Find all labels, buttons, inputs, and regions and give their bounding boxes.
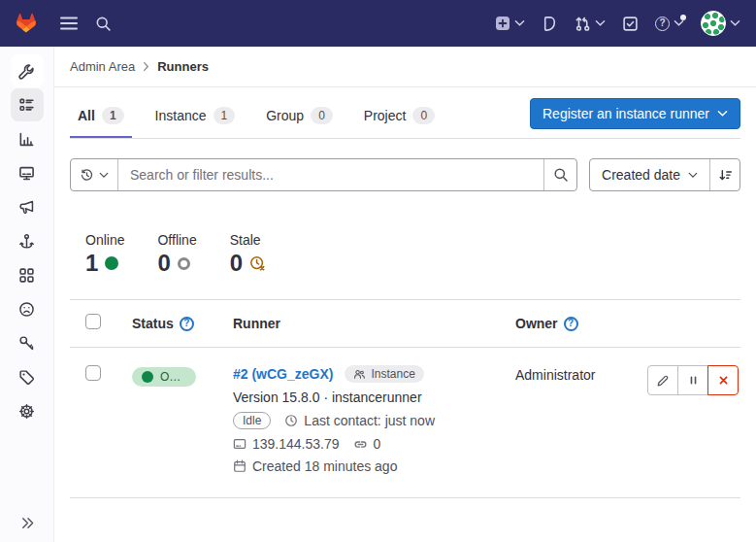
- tab-instance-count: 1: [214, 107, 236, 124]
- todo-list-icon[interactable]: [622, 16, 639, 32]
- sidebar-item-analytics[interactable]: [11, 122, 44, 155]
- breadcrumb-separator-icon: [143, 61, 149, 72]
- help-menu[interactable]: ?: [655, 17, 684, 31]
- sidebar-item-applications[interactable]: [11, 258, 44, 291]
- stat-online: Online 1: [85, 232, 124, 276]
- row-checkbox[interactable]: [85, 365, 101, 381]
- sidebar-item-monitoring[interactable]: [11, 156, 44, 189]
- tab-all-label: All: [78, 108, 95, 123]
- sidebar-item-labels[interactable]: [11, 360, 44, 393]
- chevron-down-icon: [688, 172, 698, 179]
- sidebar-item-credentials[interactable]: [11, 326, 44, 359]
- runner-type-tabs: All 1 Instance 1 Group 0 Project 0: [70, 93, 740, 139]
- runner-type-badge: Instance: [345, 365, 423, 383]
- status-help-icon[interactable]: ?: [180, 317, 194, 331]
- stat-offline: Offline 0: [157, 232, 196, 276]
- status-badge-label: Online: [160, 370, 186, 384]
- tab-all-count: 1: [102, 107, 124, 124]
- search-icon[interactable]: [95, 16, 112, 32]
- owner-help-icon[interactable]: ?: [564, 317, 578, 331]
- tab-project[interactable]: Project 0: [356, 93, 443, 138]
- stat-offline-value: 0: [157, 251, 170, 276]
- merge-requests-menu[interactable]: [575, 16, 606, 32]
- chevron-down-icon: [717, 110, 728, 118]
- chevron-down-icon: [674, 19, 684, 27]
- sidebar-expand-icon[interactable]: [19, 516, 34, 530]
- stat-stale-label: Stale: [230, 232, 265, 248]
- stat-stale-value: 0: [230, 251, 243, 276]
- sidebar-item-messages[interactable]: [11, 190, 44, 223]
- offline-status-icon: [178, 257, 190, 270]
- tab-group[interactable]: Group 0: [258, 93, 341, 138]
- filter-bar: Created date: [70, 158, 740, 191]
- users-icon: [353, 368, 366, 381]
- tab-instance[interactable]: Instance 1: [148, 93, 244, 138]
- link-icon: [353, 437, 368, 452]
- gitlab-logo[interactable]: [16, 12, 41, 36]
- runner-stats: Online 1 Offline 0 Sta: [85, 232, 740, 276]
- sort-by-dropdown[interactable]: Created date: [590, 159, 709, 190]
- stat-online-label: Online: [85, 232, 124, 248]
- create-new-menu[interactable]: [495, 16, 525, 31]
- wrench-icon: [18, 63, 35, 80]
- linked-jobs-count: 0: [374, 436, 381, 452]
- sidebar-item-settings[interactable]: [11, 394, 44, 427]
- close-x-icon: [717, 374, 730, 387]
- register-instance-runner-button[interactable]: Register an instance runner: [530, 98, 740, 129]
- sidebar-item-overview[interactable]: [11, 88, 44, 121]
- pause-runner-button[interactable]: [677, 365, 708, 395]
- column-header-runner: Runner: [233, 316, 515, 331]
- breadcrumb-admin-area[interactable]: Admin Area: [70, 59, 135, 74]
- sidebar-item-abuse-reports[interactable]: [11, 292, 44, 325]
- runner-version: Version 15.8.0 · instancerunner: [233, 390, 515, 405]
- search-history-dropdown[interactable]: [71, 159, 118, 190]
- avatar: [701, 11, 726, 36]
- tab-instance-label: Instance: [155, 108, 207, 123]
- search-submit-button[interactable]: [543, 159, 576, 190]
- sort-control: Created date: [589, 158, 740, 191]
- merge-request-icon: [575, 16, 591, 32]
- sidebar-item-ci-cd[interactable]: [11, 224, 44, 257]
- runner-row: Online #2 (wCG_zeGX) Instance: [70, 348, 740, 498]
- owner-cell: Administrator: [515, 365, 647, 474]
- list-overview-icon: [18, 97, 35, 114]
- column-header-status: Status ?: [132, 316, 233, 331]
- stat-offline-label: Offline: [157, 232, 196, 248]
- search-input[interactable]: [118, 159, 543, 190]
- issues-icon[interactable]: [542, 16, 558, 32]
- filtered-search: [70, 158, 577, 191]
- chevron-down-icon: [730, 19, 740, 27]
- sort-by-label: Created date: [602, 167, 680, 183]
- status-badge: Online: [132, 367, 196, 387]
- menu-hamburger-icon[interactable]: [60, 17, 78, 30]
- grid-apps-icon: [18, 267, 35, 284]
- stat-online-value: 1: [85, 251, 98, 276]
- label-tag-icon: [18, 369, 35, 386]
- pencil-icon: [656, 374, 670, 388]
- notification-dot: [680, 15, 686, 20]
- last-contact-text: Last contact: just now: [304, 413, 435, 428]
- calendar-icon: [233, 459, 247, 473]
- top-navbar: ?: [0, 0, 756, 47]
- tab-project-count: 0: [412, 107, 435, 124]
- sort-direction-button[interactable]: [709, 159, 740, 190]
- sidebar-item-admin-overview[interactable]: [11, 54, 44, 87]
- runner-link[interactable]: #2 (wCG_zeGX): [233, 366, 333, 382]
- gear-icon: [18, 403, 35, 420]
- clock-icon: [284, 414, 298, 427]
- select-all-checkbox[interactable]: [85, 314, 101, 329]
- tab-group-label: Group: [266, 108, 304, 123]
- activity-badge: Idle: [233, 412, 271, 429]
- user-menu[interactable]: [701, 11, 740, 36]
- gitlab-admin-runners-page: ?: [0, 0, 756, 542]
- delete-runner-button[interactable]: [707, 365, 739, 395]
- computer-icon: [233, 437, 247, 451]
- chevron-down-icon: [514, 19, 525, 27]
- key-icon: [18, 335, 35, 352]
- sort-descending-icon: [718, 168, 733, 183]
- edit-runner-button[interactable]: [647, 365, 678, 395]
- tab-all[interactable]: All 1: [70, 93, 132, 138]
- plus-square-icon: [495, 16, 510, 31]
- help-icon: ?: [655, 17, 670, 31]
- runner-actions: [647, 365, 740, 474]
